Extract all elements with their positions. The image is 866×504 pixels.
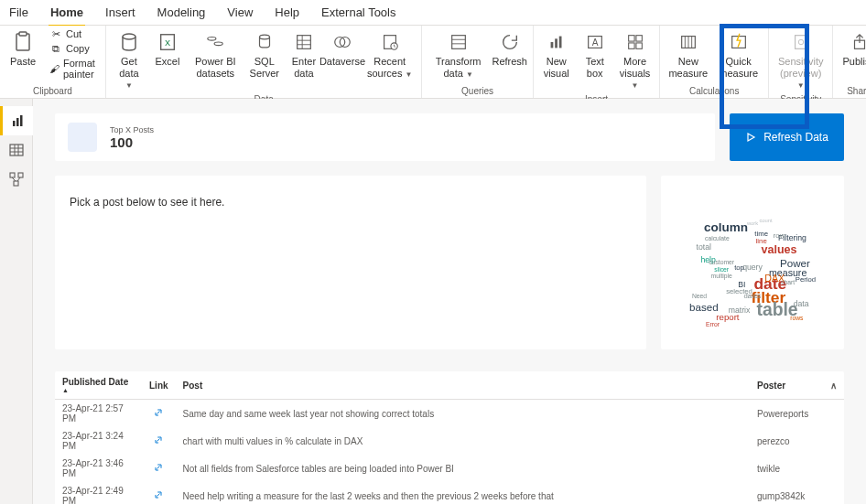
- ribbon: Paste ✂Cut ⧉Copy 🖌Format painter Clipboa…: [0, 26, 866, 99]
- cut-button[interactable]: ✂Cut: [48, 27, 100, 40]
- svg-text:matrix: matrix: [729, 306, 751, 315]
- model-view-button[interactable]: [0, 165, 33, 194]
- svg-point-6: [214, 42, 222, 46]
- link-icon: [153, 462, 164, 473]
- excel-label: Excel: [156, 56, 180, 68]
- table-row[interactable]: 23-Apr-21 2:57 PM Same day and same week…: [55, 400, 844, 428]
- topx-label: Top X Posts: [110, 125, 154, 134]
- svg-rect-27: [635, 43, 641, 48]
- col-link[interactable]: Link: [142, 371, 176, 400]
- menu-home[interactable]: Home: [49, 2, 85, 23]
- refresh-data-button[interactable]: Refresh Data: [730, 113, 844, 161]
- play-icon: [745, 132, 756, 143]
- cell-link[interactable]: [142, 400, 176, 428]
- queries-group-label: Queries: [461, 84, 493, 97]
- enter-data-label: Enter data: [290, 56, 318, 79]
- transform-icon: [446, 29, 471, 55]
- sensitivity-icon: [788, 29, 814, 55]
- svg-rect-46: [14, 181, 18, 186]
- copy-button[interactable]: ⧉Copy: [48, 42, 100, 55]
- table-row[interactable]: 23-Apr-21 3:24 PM chart with multi value…: [55, 427, 844, 455]
- cell-link[interactable]: [142, 455, 176, 482]
- brush-icon: 🖌: [49, 63, 60, 74]
- col-poster[interactable]: Poster: [750, 371, 823, 400]
- excel-icon: X: [155, 29, 180, 55]
- refresh-label: Refresh: [492, 56, 527, 68]
- svg-point-7: [259, 35, 269, 39]
- ribbon-group-insert: New visual A Text box More visuals ▼ Ins…: [534, 26, 661, 98]
- svg-rect-37: [16, 118, 19, 126]
- cell-date: 23-Apr-21 2:57 PM: [55, 400, 142, 428]
- table-row[interactable]: 23-Apr-21 3:46 PM Not all fields from Sa…: [55, 455, 844, 482]
- svg-rect-33: [795, 36, 806, 49]
- refresh-icon: [497, 29, 523, 55]
- cell-link[interactable]: [142, 482, 176, 504]
- get-data-button[interactable]: Get data ▼: [112, 27, 146, 92]
- svg-text:total: total: [697, 242, 711, 252]
- menu-bar: File Home Insert Modeling View Help Exte…: [0, 0, 866, 26]
- post-detail-card[interactable]: Pick a post below to see it here.: [55, 176, 646, 349]
- new-visual-label: New visual: [543, 56, 570, 79]
- cell-date: 23-Apr-21 3:24 PM: [55, 427, 142, 455]
- format-painter-button[interactable]: 🖌Format painter: [48, 57, 100, 80]
- posts-table-visual[interactable]: Published Date▲ Link Post Poster ∧ 23-Ap…: [55, 371, 844, 504]
- wordcloud-svg: datefiltertablecolumnvaluesPowermeasureD…: [668, 183, 837, 342]
- svg-text:BI: BI: [738, 280, 745, 289]
- get-data-label: Get data: [119, 56, 138, 79]
- svg-rect-1: [19, 32, 27, 36]
- recent-sources-label: Recent sources: [367, 56, 406, 79]
- recent-sources-button[interactable]: Recent sources ▼: [363, 27, 417, 80]
- enter-data-icon: [291, 29, 317, 55]
- svg-point-34: [798, 39, 804, 45]
- new-measure-button[interactable]: New measure: [666, 27, 710, 80]
- text-box-button[interactable]: A Text box: [578, 27, 612, 80]
- refresh-button[interactable]: Refresh: [493, 27, 527, 70]
- menu-view[interactable]: View: [225, 2, 254, 23]
- data-view-icon: [9, 143, 24, 157]
- menu-modeling[interactable]: Modeling: [156, 2, 208, 23]
- svg-rect-24: [628, 36, 633, 41]
- sql-server-button[interactable]: SQL Server: [246, 27, 283, 80]
- new-visual-button[interactable]: New visual: [539, 27, 574, 80]
- powerbi-icon: [202, 29, 228, 55]
- wordcloud-visual[interactable]: datefiltertablecolumnvaluesPowermeasureD…: [661, 176, 844, 349]
- publish-button[interactable]: Publish: [839, 27, 866, 70]
- report-view-button[interactable]: [0, 106, 33, 135]
- svg-text:calculate: calculate: [705, 235, 730, 241]
- share-group-label: Share: [847, 84, 866, 97]
- ribbon-group-sensitivity: Sensitivity (preview) ▼ Sensitivity: [769, 26, 834, 98]
- pick-post-text: Pick a post below to see it here.: [70, 196, 224, 209]
- dataverse-label: Dataverse: [319, 56, 365, 68]
- textbox-icon: A: [582, 29, 608, 55]
- quick-measure-button[interactable]: Quick measure: [714, 27, 763, 80]
- chevron-down-icon: ▼: [797, 81, 805, 90]
- dataverse-button[interactable]: Dataverse: [325, 27, 360, 70]
- topx-card[interactable]: Top X Posts 100: [55, 113, 715, 161]
- enter-data-button[interactable]: Enter data: [287, 27, 321, 80]
- col-post[interactable]: Post: [176, 371, 750, 400]
- svg-text:query: query: [742, 263, 763, 272]
- menu-external-tools[interactable]: External Tools: [319, 2, 397, 23]
- svg-rect-20: [555, 38, 557, 48]
- sensitivity-label: Sensitivity (preview): [778, 56, 824, 79]
- excel-button[interactable]: X Excel: [150, 27, 185, 70]
- menu-file[interactable]: File: [7, 2, 30, 23]
- menu-insert[interactable]: Insert: [103, 2, 137, 23]
- svg-text:Period: Period: [796, 275, 816, 284]
- col-published[interactable]: Published Date▲: [55, 371, 142, 400]
- transform-data-button[interactable]: Transform data ▼: [428, 27, 488, 80]
- cut-label: Cut: [66, 28, 81, 39]
- more-visuals-button[interactable]: More visuals ▼: [616, 27, 655, 92]
- data-view-button[interactable]: [0, 135, 33, 165]
- menu-help[interactable]: Help: [273, 2, 301, 23]
- model-view-icon: [9, 172, 24, 187]
- cell-link[interactable]: [142, 427, 176, 455]
- powerbi-datasets-button[interactable]: Power BI datasets: [189, 27, 243, 80]
- table-row[interactable]: 23-Apr-21 2:49 PM Need help writing a me…: [55, 482, 844, 504]
- cell-date: 23-Apr-21 3:46 PM: [55, 455, 142, 482]
- paste-button[interactable]: Paste: [5, 27, 40, 70]
- copy-label: Copy: [66, 43, 90, 54]
- cell-poster: Powereports: [750, 400, 823, 428]
- measure-icon: [676, 29, 701, 55]
- scroll-up[interactable]: ∧: [823, 371, 844, 400]
